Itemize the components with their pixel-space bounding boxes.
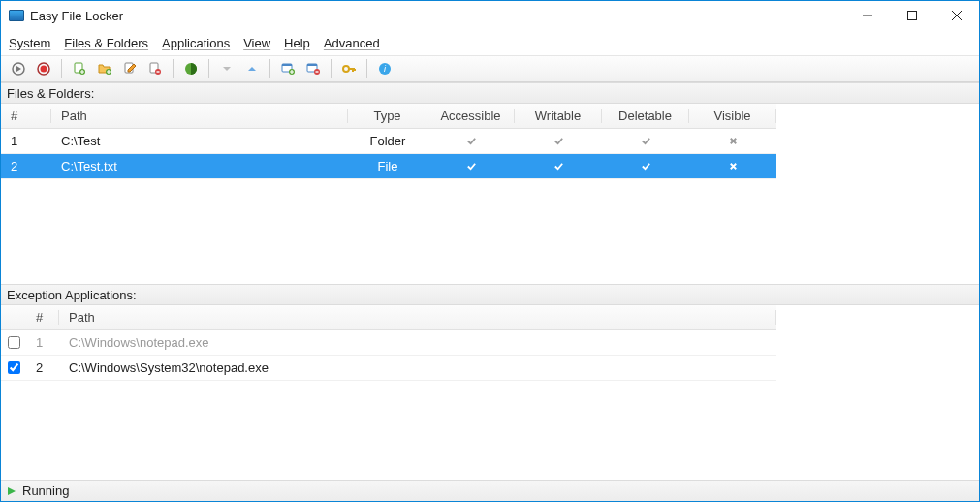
col-accessible[interactable]: Accessible bbox=[427, 109, 515, 123]
svg-rect-0 bbox=[908, 12, 917, 20]
svg-point-3 bbox=[41, 66, 47, 73]
exceptions-header: Exception Applications: bbox=[1, 284, 979, 305]
cell-visible bbox=[689, 136, 776, 146]
toolbar-separator bbox=[269, 59, 270, 78]
cell-num: 1 bbox=[1, 134, 51, 148]
files-table-body: 1C:\TestFolder2C:\Test.txtFile bbox=[1, 129, 776, 284]
exceptions-label: Exception Applications: bbox=[7, 288, 137, 302]
table-row[interactable]: 2C:\Test.txtFile bbox=[1, 154, 776, 179]
exceptions-table: # Path 1C:\Windows\notepad.exe2C:\Window… bbox=[1, 305, 776, 447]
col-path[interactable]: Path bbox=[59, 310, 776, 325]
cell-num: 2 bbox=[1, 159, 51, 173]
record-icon[interactable] bbox=[34, 59, 53, 78]
arrow-down-icon[interactable] bbox=[217, 59, 237, 78]
cell-num: 1 bbox=[26, 335, 59, 350]
menu-advanced[interactable]: Advanced bbox=[324, 36, 380, 50]
status-bar: Running bbox=[1, 480, 979, 501]
edit-rule-icon[interactable] bbox=[120, 59, 140, 78]
svg-rect-12 bbox=[282, 64, 292, 66]
table-row[interactable]: 1C:\TestFolder bbox=[1, 129, 776, 154]
cell-type: File bbox=[348, 159, 427, 173]
files-folders-header: Files & Folders: bbox=[1, 82, 979, 104]
toolbar-separator bbox=[173, 59, 174, 78]
col-visible[interactable]: Visible bbox=[689, 109, 776, 123]
cell-checkbox[interactable] bbox=[1, 336, 26, 349]
cell-writable bbox=[515, 136, 602, 146]
toggle-protect-icon[interactable] bbox=[181, 59, 201, 78]
cell-deletable bbox=[602, 136, 689, 146]
info-icon[interactable]: i bbox=[375, 59, 395, 78]
toolbar-separator bbox=[331, 59, 332, 78]
menu-files-folders[interactable]: Files & Folders bbox=[64, 36, 148, 50]
cell-path: C:\Windows\System32\notepad.exe bbox=[59, 361, 776, 375]
table-row[interactable]: 2C:\Windows\System32\notepad.exe bbox=[1, 356, 776, 381]
col-num[interactable]: # bbox=[26, 310, 59, 325]
cell-path: C:\Test bbox=[51, 134, 348, 148]
cell-checkbox[interactable] bbox=[1, 361, 26, 374]
cell-path: C:\Test.txt bbox=[51, 159, 348, 173]
window-title: Easy File Locker bbox=[30, 9, 123, 23]
minimize-button[interactable] bbox=[845, 1, 890, 30]
exceptions-table-body: 1C:\Windows\notepad.exe2C:\Windows\Syste… bbox=[1, 330, 776, 447]
cell-num: 2 bbox=[26, 361, 59, 375]
cell-path: C:\Windows\notepad.exe bbox=[59, 335, 776, 350]
add-app-icon[interactable] bbox=[278, 59, 298, 78]
arrow-up-icon[interactable] bbox=[242, 59, 262, 78]
menu-applications[interactable]: Applications bbox=[162, 36, 230, 50]
menu-bar: System Files & Folders Applications View… bbox=[1, 30, 979, 55]
play-icon[interactable] bbox=[9, 59, 28, 78]
files-folders-label: Files & Folders: bbox=[7, 86, 94, 101]
title-bar: Easy File Locker bbox=[1, 1, 979, 30]
cell-visible bbox=[689, 161, 776, 172]
add-folder-icon[interactable] bbox=[95, 59, 114, 78]
cell-accessible bbox=[427, 136, 515, 146]
table-row[interactable]: 1C:\Windows\notepad.exe bbox=[1, 330, 776, 356]
cell-writable bbox=[515, 161, 602, 172]
exception-checkbox[interactable] bbox=[8, 336, 20, 349]
remove-app-icon[interactable] bbox=[303, 59, 323, 78]
col-deletable[interactable]: Deletable bbox=[602, 109, 689, 123]
maximize-button[interactable] bbox=[890, 1, 934, 30]
delete-rule-icon[interactable] bbox=[145, 59, 165, 78]
menu-help[interactable]: Help bbox=[284, 36, 310, 50]
app-icon bbox=[9, 10, 24, 21]
key-icon[interactable] bbox=[339, 59, 359, 78]
cell-type: Folder bbox=[348, 134, 427, 148]
toolbar-separator bbox=[366, 59, 367, 78]
svg-rect-15 bbox=[307, 64, 317, 66]
files-table: # Path Type Accessible Writable Deletabl… bbox=[1, 104, 776, 284]
col-type[interactable]: Type bbox=[348, 109, 427, 123]
cell-accessible bbox=[427, 161, 515, 172]
running-icon bbox=[7, 486, 16, 496]
col-writable[interactable]: Writable bbox=[515, 109, 602, 123]
toolbar-separator bbox=[208, 59, 209, 78]
svg-point-17 bbox=[343, 66, 349, 72]
toolbar-separator bbox=[61, 59, 62, 78]
col-num[interactable]: # bbox=[1, 109, 51, 123]
exception-checkbox[interactable] bbox=[8, 361, 20, 374]
menu-system[interactable]: System bbox=[9, 36, 50, 50]
add-file-icon[interactable] bbox=[70, 59, 89, 78]
col-path[interactable]: Path bbox=[51, 109, 348, 123]
menu-view[interactable]: View bbox=[243, 36, 270, 50]
cell-deletable bbox=[602, 161, 689, 172]
status-text: Running bbox=[22, 484, 69, 498]
exceptions-table-header: # Path bbox=[1, 305, 776, 330]
close-button[interactable] bbox=[934, 1, 979, 30]
toolbar: i bbox=[1, 55, 979, 82]
files-table-header: # Path Type Accessible Writable Deletabl… bbox=[1, 104, 776, 129]
